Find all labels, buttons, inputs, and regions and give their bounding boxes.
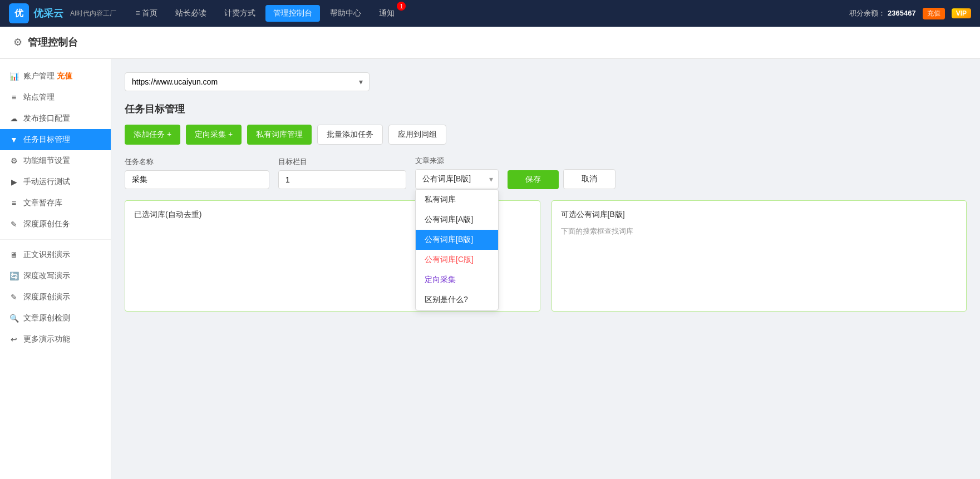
sidebar-settings-label: 功能细节设置 bbox=[23, 156, 70, 166]
source-selected-value: 公有词库[B版] bbox=[422, 174, 471, 184]
task-name-label: 任务名称 bbox=[125, 157, 269, 167]
sidebar-tasks-label: 任务目标管理 bbox=[23, 135, 70, 145]
original-demo-icon: ✎ bbox=[9, 293, 19, 302]
nav-item-console[interactable]: 管理控制台 bbox=[265, 5, 320, 22]
right-panel-hint: 下面的搜索框查找词库 bbox=[561, 226, 958, 236]
source-group: 文章来源 公有词库[B版] ▾ 私有词库 公有词库[A版] 公有词库[B版] 公… bbox=[415, 156, 499, 189]
source-select-box[interactable]: 公有词库[B版] ▾ bbox=[415, 169, 499, 189]
source-label: 文章来源 bbox=[415, 156, 499, 166]
action-buttons-row: 添加任务 + 定向采集 + 私有词库管理 批量添加任务 应用到同组 bbox=[125, 125, 967, 145]
publish-icon: ☁ bbox=[9, 114, 19, 123]
sidebar-item-draft[interactable]: ≡ 文章暂存库 bbox=[0, 192, 111, 214]
logo-text: 优采云 bbox=[33, 7, 63, 20]
sidebar-draft-label: 文章暂存库 bbox=[23, 198, 62, 208]
sidebar-item-original-task[interactable]: ✎ 深度原创任务 bbox=[0, 214, 111, 235]
settings-icon: ⚙ bbox=[9, 156, 19, 165]
sidebar-original-demo-label: 深度原创演示 bbox=[23, 292, 70, 302]
check-demo-icon: 🔍 bbox=[9, 314, 19, 323]
sidebar-rewrite-demo-label: 深度改写演示 bbox=[23, 271, 70, 281]
two-col-panel: 已选词库(自动去重) 可选公有词库[B版] 下面的搜索框查找词库 bbox=[125, 200, 967, 312]
task-name-group: 任务名称 bbox=[125, 157, 269, 189]
logo-subtitle: AI时代内容工厂 bbox=[70, 9, 116, 18]
vip-badge: VIP bbox=[952, 8, 971, 18]
source-chevron-icon: ▾ bbox=[489, 175, 493, 184]
target-col-group: 目标栏目 bbox=[278, 157, 406, 189]
apply-group-button[interactable]: 应用到同组 bbox=[388, 125, 446, 145]
sidebar-text-demo-label: 正文识别演示 bbox=[23, 250, 70, 260]
nav-item-billing[interactable]: 计费方式 bbox=[216, 5, 263, 22]
section-title: 任务目标管理 bbox=[125, 102, 967, 116]
sidebar-manual-run-label: 手动运行测试 bbox=[23, 177, 70, 187]
page-body: 📊 账户管理 充值 ≡ 站点管理 ☁ 发布接口配置 ▼ 任务目标管理 ⚙ 功能细… bbox=[0, 59, 980, 479]
dropdown-option-targeted[interactable]: 定向采集 bbox=[416, 270, 498, 290]
batch-add-button[interactable]: 批量添加任务 bbox=[317, 125, 383, 145]
more-demo-icon: ↩ bbox=[9, 335, 19, 344]
notification-badge: 1 bbox=[397, 2, 406, 11]
sidebar-divider bbox=[0, 239, 111, 240]
sidebar-item-rewrite-demo[interactable]: 🔄 深度改写演示 bbox=[0, 265, 111, 287]
sidebar-recharge-link[interactable]: 充值 bbox=[57, 71, 72, 80]
save-button[interactable]: 保存 bbox=[508, 170, 559, 189]
manual-run-icon: ▶ bbox=[9, 177, 19, 186]
tasks-icon: ▼ bbox=[9, 135, 19, 144]
sidebar-item-tasks[interactable]: ▼ 任务目标管理 bbox=[0, 129, 111, 150]
page-title: 管理控制台 bbox=[28, 36, 78, 49]
sidebar-item-account[interactable]: 📊 账户管理 充值 bbox=[0, 66, 111, 87]
sidebar-item-original-demo[interactable]: ✎ 深度原创演示 bbox=[0, 287, 111, 308]
main-content: https://www.ucaiyun.com 任务目标管理 添加任务 + 定向… bbox=[111, 59, 980, 479]
dropdown-option-difference[interactable]: 区别是什么? bbox=[416, 290, 498, 310]
nav-item-reading[interactable]: 站长必读 bbox=[168, 5, 214, 22]
top-recharge-button[interactable]: 充值 bbox=[923, 8, 945, 19]
source-select-wrap[interactable]: 公有词库[B版] ▾ 私有词库 公有词库[A版] 公有词库[B版] 公有词库[C… bbox=[415, 169, 499, 189]
sidebar-sites-label: 站点管理 bbox=[23, 92, 55, 102]
sites-icon: ≡ bbox=[9, 93, 19, 102]
logo-icon: 优 bbox=[9, 3, 29, 23]
target-col-label: 目标栏目 bbox=[278, 157, 406, 167]
sidebar: 📊 账户管理 充值 ≡ 站点管理 ☁ 发布接口配置 ▼ 任务目标管理 ⚙ 功能细… bbox=[0, 59, 111, 479]
targeted-collect-button[interactable]: 定向采集 + bbox=[186, 125, 242, 145]
sidebar-item-settings[interactable]: ⚙ 功能细节设置 bbox=[0, 150, 111, 171]
content-inner: https://www.ucaiyun.com 任务目标管理 添加任务 + 定向… bbox=[111, 59, 980, 479]
private-library-button[interactable]: 私有词库管理 bbox=[247, 125, 312, 145]
right-panel-header: 可选公有词库[B版] bbox=[561, 210, 958, 220]
form-row: 任务名称 目标栏目 文章来源 公有词库[B版] ▾ bbox=[125, 156, 967, 189]
sidebar-item-manual-run[interactable]: ▶ 手动运行测试 bbox=[0, 171, 111, 192]
url-selector-wrap[interactable]: https://www.ucaiyun.com bbox=[125, 72, 370, 91]
cancel-button[interactable]: 取消 bbox=[563, 169, 615, 189]
sidebar-item-publish[interactable]: ☁ 发布接口配置 bbox=[0, 108, 111, 129]
nav-menu: ≡ 首页 站长必读 计费方式 管理控制台 帮助中心 通知 1 bbox=[127, 5, 849, 22]
sidebar-more-demo-label: 更多演示功能 bbox=[23, 334, 70, 344]
source-dropdown-menu: 私有词库 公有词库[A版] 公有词库[B版] 公有词库[C版] 定向采集 区别是… bbox=[415, 189, 499, 310]
sidebar-item-text-demo[interactable]: 🖥 正文识别演示 bbox=[0, 244, 111, 265]
sidebar-item-more-demo[interactable]: ↩ 更多演示功能 bbox=[0, 329, 111, 350]
sidebar-original-task-label: 深度原创任务 bbox=[23, 219, 70, 229]
task-name-input[interactable] bbox=[125, 170, 269, 189]
target-col-input[interactable] bbox=[278, 170, 406, 189]
nav-item-home[interactable]: ≡ 首页 bbox=[127, 5, 165, 22]
dropdown-option-public-a[interactable]: 公有词库[A版] bbox=[416, 210, 498, 230]
original-task-icon: ✎ bbox=[9, 220, 19, 229]
page-header-wrap: ⚙ 管理控制台 bbox=[0, 27, 980, 59]
available-library-panel: 可选公有词库[B版] 下面的搜索框查找词库 bbox=[551, 200, 967, 312]
logo[interactable]: 优 优采云 AI时代内容工厂 bbox=[9, 3, 116, 23]
top-navigation: 优 优采云 AI时代内容工厂 ≡ 首页 站长必读 计费方式 管理控制台 帮助中心… bbox=[0, 0, 980, 27]
page-header: ⚙ 管理控制台 bbox=[0, 27, 980, 58]
points-label: 积分余额： 2365467 bbox=[849, 8, 915, 18]
dropdown-option-public-c[interactable]: 公有词库[C版] bbox=[416, 250, 498, 270]
dropdown-option-private[interactable]: 私有词库 bbox=[416, 190, 498, 210]
sidebar-check-demo-label: 文章原创检测 bbox=[23, 313, 70, 323]
rewrite-demo-icon: 🔄 bbox=[9, 271, 19, 280]
add-task-button[interactable]: 添加任务 + bbox=[125, 125, 180, 145]
sidebar-publish-label: 发布接口配置 bbox=[23, 113, 70, 124]
sidebar-item-sites[interactable]: ≡ 站点管理 bbox=[0, 87, 111, 108]
nav-right: 积分余额： 2365467 充值 VIP bbox=[849, 8, 971, 19]
save-cancel-group: 保存 取消 bbox=[508, 169, 615, 189]
url-selector[interactable]: https://www.ucaiyun.com bbox=[125, 72, 370, 91]
dropdown-option-public-b[interactable]: 公有词库[B版] bbox=[416, 230, 498, 250]
nav-item-notification[interactable]: 通知 1 bbox=[371, 5, 402, 22]
console-icon: ⚙ bbox=[13, 36, 22, 48]
nav-item-help[interactable]: 帮助中心 bbox=[322, 5, 369, 22]
draft-icon: ≡ bbox=[9, 199, 19, 208]
sidebar-item-check-demo[interactable]: 🔍 文章原创检测 bbox=[0, 308, 111, 329]
text-demo-icon: 🖥 bbox=[9, 250, 19, 259]
